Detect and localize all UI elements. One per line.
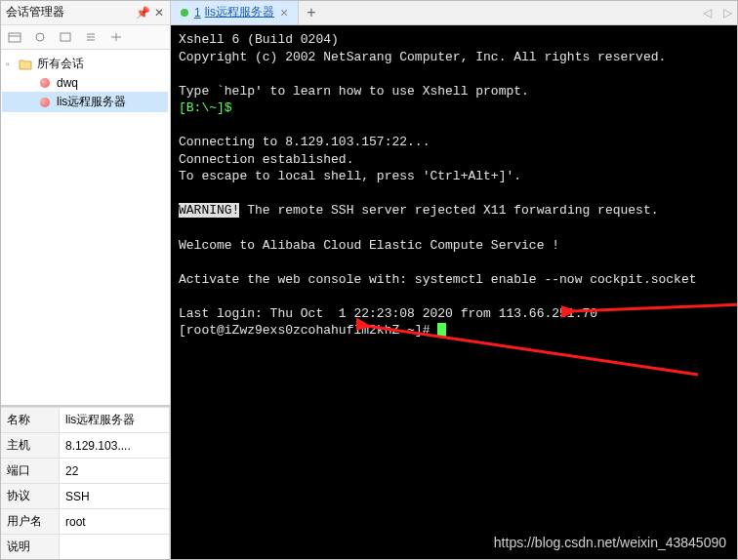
- property-value[interactable]: [60, 535, 170, 560]
- cursor-icon: [437, 323, 446, 338]
- pin-icon[interactable]: 📌: [136, 6, 150, 20]
- sidebar-toolbar: [0, 25, 170, 50]
- property-key: 主机: [1, 433, 60, 459]
- properties-table: 名称lis远程服务器主机8.129.103....端口22协议SSH用户名roo…: [0, 407, 170, 560]
- terminal-warning: WARNING!: [179, 203, 239, 218]
- tree-item[interactable]: lis远程服务器: [2, 92, 168, 112]
- property-key: 名称: [1, 408, 60, 433]
- tab-label: lis远程服务器: [205, 4, 274, 20]
- property-key: 端口: [1, 459, 60, 484]
- toolbar-btn-5[interactable]: [107, 29, 125, 45]
- terminal-line: Last login: Thu Oct 1 22:23:08 2020 from…: [179, 306, 597, 321]
- terminal-line: Welcome to Alibaba Cloud Elastic Compute…: [179, 238, 559, 253]
- terminal-prompt-root: [root@iZwz9exs0zcohahuflm2khZ ~]#: [179, 323, 437, 338]
- svg-point-2: [36, 33, 44, 41]
- properties-panel: 名称lis远程服务器主机8.129.103....端口22协议SSH用户名roo…: [0, 406, 170, 560]
- property-key: 协议: [1, 484, 60, 509]
- tree-item-label: dwq: [57, 76, 78, 90]
- svg-rect-0: [9, 33, 20, 42]
- property-value[interactable]: lis远程服务器: [60, 408, 170, 433]
- tree-item[interactable]: ▫所有会话: [2, 54, 168, 74]
- property-row: 端口22: [1, 459, 170, 484]
- session-tree: ▫所有会话dwqlis远程服务器: [0, 50, 170, 406]
- tab-index: 1: [194, 6, 201, 20]
- property-row: 说明: [1, 535, 170, 560]
- sidebar-title: 会话管理器: [6, 4, 132, 20]
- property-row: 主机8.129.103....: [1, 433, 170, 459]
- tree-item[interactable]: dwq: [2, 74, 168, 92]
- property-key: 说明: [1, 535, 60, 560]
- toolbar-btn-2[interactable]: [31, 29, 49, 45]
- close-icon[interactable]: ✕: [154, 6, 164, 20]
- session-manager-sidebar: 会话管理器 📌 ✕ ▫所有会话dwqlis远程服务器 名称lis远程服务器主机8…: [0, 0, 171, 560]
- terminal-line: The remote SSH server rejected X11 forwa…: [239, 203, 658, 218]
- watermark: https://blog.csdn.net/weixin_43845090: [494, 534, 726, 552]
- terminal-line: Copyright (c) 2002 NetSarang Computer, I…: [179, 50, 666, 64]
- sidebar-header: 会话管理器 📌 ✕: [0, 0, 170, 25]
- property-row: 协议SSH: [1, 484, 170, 509]
- property-key: 用户名: [1, 509, 60, 535]
- session-dot-icon: [37, 76, 53, 90]
- status-dot-icon: [181, 9, 188, 17]
- toolbar-btn-3[interactable]: [57, 29, 74, 45]
- terminal-line: Activate the web console with: systemctl…: [179, 272, 697, 287]
- tab-nav-next[interactable]: ▷: [718, 6, 738, 20]
- tab-bar: 1 lis远程服务器 × + ◁ ▷: [171, 0, 738, 25]
- tab-close-icon[interactable]: ×: [280, 5, 288, 20]
- terminal-line: Connection established.: [179, 152, 353, 167]
- property-value[interactable]: root: [60, 509, 170, 535]
- property-row: 用户名root: [1, 509, 170, 535]
- terminal-line: To escape to local shell, press 'Ctrl+Al…: [179, 169, 521, 183]
- tree-item-label: lis远程服务器: [57, 94, 126, 110]
- property-value[interactable]: 22: [60, 459, 170, 484]
- terminal-line: Xshell 6 (Build 0204): [179, 32, 339, 47]
- session-dot-icon: [37, 96, 53, 109]
- svg-rect-3: [61, 33, 70, 41]
- terminal-output[interactable]: Xshell 6 (Build 0204) Copyright (c) 2002…: [171, 25, 738, 560]
- toolbar-btn-1[interactable]: [6, 29, 23, 45]
- tree-toggle-icon[interactable]: ▫: [6, 59, 18, 69]
- tab-nav-prev[interactable]: ◁: [697, 6, 718, 20]
- property-row: 名称lis远程服务器: [1, 408, 170, 433]
- add-tab-button[interactable]: +: [299, 4, 323, 21]
- property-value[interactable]: 8.129.103....: [60, 433, 170, 459]
- main-area: 1 lis远程服务器 × + ◁ ▷ Xshell 6 (Build 0204)…: [171, 0, 738, 560]
- terminal-line: Type `help' to learn how to use Xshell p…: [179, 84, 529, 99]
- tab-session[interactable]: 1 lis远程服务器 ×: [171, 0, 299, 24]
- terminal-line: Connecting to 8.129.103.157:22...: [179, 135, 430, 149]
- property-value[interactable]: SSH: [60, 484, 170, 509]
- tree-item-label: 所有会话: [37, 56, 84, 72]
- toolbar-btn-4[interactable]: [82, 29, 100, 45]
- folder-icon: [18, 58, 33, 71]
- terminal-prompt: [B:\~]$: [179, 100, 232, 115]
